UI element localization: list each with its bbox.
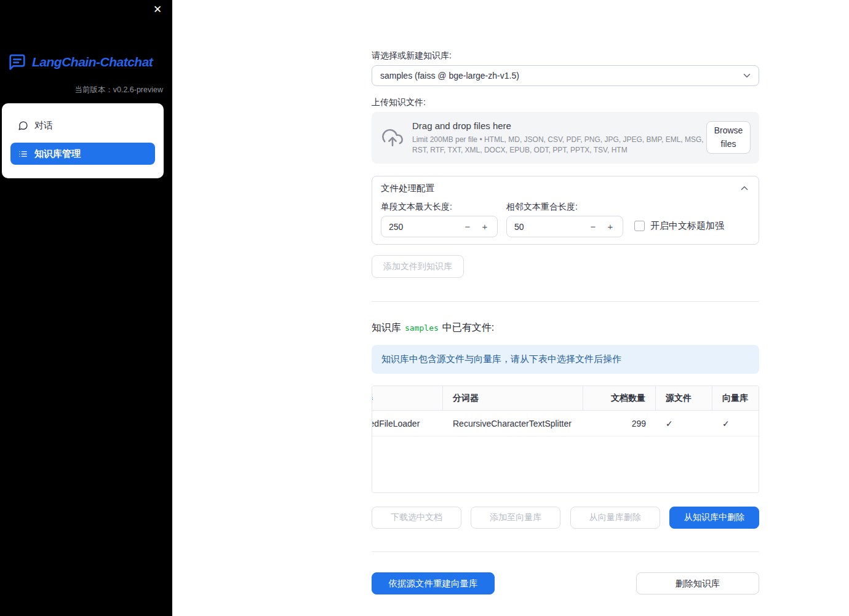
zh-title-enhance-checkbox[interactable]: 开启中文标题加强 (634, 220, 724, 232)
sidebar-item-kb-management[interactable]: 知识库管理 (10, 143, 155, 165)
checkbox-label: 开启中文标题加强 (650, 220, 724, 232)
overlap-size-label: 相邻文本重合长度: (506, 202, 578, 213)
rebuild-vectorstore-button[interactable]: 依据源文件重建向量库 (372, 572, 495, 594)
list-icon (18, 149, 28, 159)
chat-logo-icon (7, 53, 27, 71)
chat-bubble-icon (18, 120, 28, 131)
col-header-source-file: 源文件 (656, 386, 712, 410)
divider (372, 551, 759, 552)
upload-cloud-icon (381, 127, 404, 148)
cell-splitter: RecursiveCharacterTextSplitter (443, 411, 583, 436)
kb-select-value: samples (faiss @ bge-large-zh-v1.5) (380, 71, 519, 81)
col-header-loader: 文档加载器 (372, 386, 443, 410)
delete-from-vectorstore-button[interactable]: 从向量库删除 (570, 507, 660, 529)
dropzone-title: Drag and drop files here (412, 120, 706, 131)
heading-prefix: 知识库 (372, 322, 401, 334)
logo-text: LangChain-Chatchat (32, 55, 153, 69)
heading-suffix: 中已有文件: (442, 322, 494, 334)
expander-header[interactable]: 文件处理配置 (372, 176, 759, 200)
sidebar-item-dialogue[interactable]: 对话 (10, 114, 155, 136)
increment-button[interactable]: + (476, 221, 493, 232)
main-content: 请选择或新建知识库: samples (faiss @ bge-large-zh… (372, 0, 759, 616)
file-config-expander: 文件处理配置 单段文本最大长度: 相邻文本重合长度: 250 − + 50 − … (372, 176, 759, 245)
chunk-size-label: 单段文本最大长度: (381, 202, 452, 213)
info-text: 知识库中包含源文件与向量库，请从下表中选择文件后操作 (381, 353, 621, 365)
chevron-down-icon (741, 70, 752, 81)
close-icon[interactable]: ✕ (153, 4, 162, 15)
app-root: ✕ LangChain-Chatchat 当前版本：v0.2.6-preview… (0, 0, 849, 616)
nav-item-label: 知识库管理 (34, 148, 81, 160)
col-header-splitter: 分词器 (443, 386, 583, 410)
col-header-doc-count: 文档数量 (583, 386, 656, 410)
kb-files-heading: 知识库 samples 中已有文件: (372, 322, 494, 334)
kb-select[interactable]: samples (faiss @ bge-large-zh-v1.5) (372, 65, 759, 86)
files-table[interactable]: 文档加载器 分词器 文档数量 源文件 向量库 UnstructuredFileL… (372, 385, 759, 493)
cell-loader: UnstructuredFileLoader (372, 411, 443, 436)
decrement-button[interactable]: − (584, 221, 602, 232)
version-label: 当前版本：v0.2.6-preview (74, 85, 163, 95)
divider (372, 301, 759, 302)
table-header-row: 文档加载器 分词器 文档数量 源文件 向量库 (372, 386, 759, 411)
delete-kb-button[interactable]: 删除知识库 (636, 572, 759, 594)
delete-from-kb-button[interactable]: 从知识库中删除 (669, 507, 759, 529)
expander-title: 文件处理配置 (381, 183, 434, 194)
files-table-inner: 文档加载器 分词器 文档数量 源文件 向量库 UnstructuredFileL… (372, 386, 759, 436)
kb-bottom-actions: 依据源文件重建向量库 删除知识库 (372, 572, 759, 594)
download-selected-button[interactable]: 下载选中文档 (372, 507, 461, 529)
browse-files-button[interactable]: Browse files (706, 121, 751, 154)
cell-vector-store-check: ✓ (712, 411, 759, 436)
upload-label: 上传知识文件: (372, 97, 426, 108)
add-to-vectorstore-button[interactable]: 添加至向量库 (471, 507, 560, 529)
dropzone-limits: Limit 200MB per file • HTML, MD, JSON, C… (412, 135, 706, 155)
file-dropzone[interactable]: Drag and drop files here Limit 200MB per… (372, 112, 759, 164)
dropzone-text: Drag and drop files here Limit 200MB per… (412, 120, 706, 155)
file-actions-row: 下载选中文档 添加至向量库 从向量库删除 从知识库中删除 (372, 507, 759, 529)
decrement-button[interactable]: − (459, 221, 476, 232)
chevron-up-icon (739, 183, 750, 194)
app-logo: LangChain-Chatchat (7, 53, 153, 71)
add-files-button[interactable]: 添加文件到知识库 (372, 255, 464, 278)
kb-name-code: samples (405, 323, 439, 333)
table-row[interactable]: UnstructuredFileLoader RecursiveCharacte… (372, 411, 759, 436)
cell-doc-count: 299 (583, 411, 656, 436)
chunk-size-input[interactable]: 250 − + (381, 216, 498, 237)
overlap-size-value: 50 (514, 222, 584, 232)
overlap-size-input[interactable]: 50 − + (506, 216, 623, 237)
increment-button[interactable]: + (602, 221, 619, 232)
kb-select-label: 请选择或新建知识库: (372, 50, 452, 61)
sidebar: ✕ LangChain-Chatchat 当前版本：v0.2.6-preview… (0, 0, 172, 616)
checkbox-box (634, 221, 645, 231)
col-header-vector-store: 向量库 (712, 386, 759, 410)
info-alert: 知识库中包含源文件与向量库，请从下表中选择文件后操作 (372, 345, 759, 374)
cell-source-file-check: ✓ (656, 411, 712, 436)
chunk-size-value: 250 (389, 222, 459, 232)
nav-item-label: 对话 (34, 120, 53, 132)
sidebar-nav: 对话 知识库管理 (2, 103, 164, 178)
